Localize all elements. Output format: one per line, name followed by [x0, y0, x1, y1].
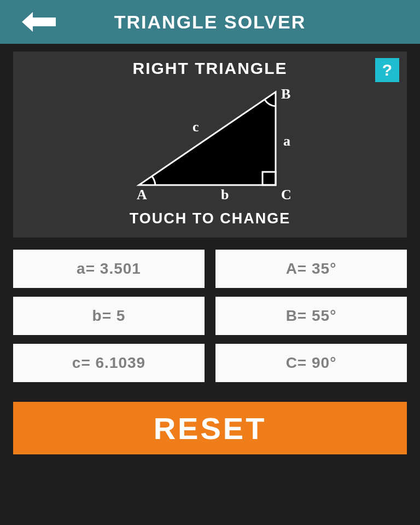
- svg-marker-0: [139, 92, 276, 185]
- value-cell-c[interactable]: c= 6.1039: [13, 344, 205, 382]
- help-icon: ?: [382, 61, 392, 79]
- side-a-label: a: [283, 133, 290, 149]
- value-cell-B[interactable]: B= 55°: [215, 297, 407, 335]
- value-text-B: B= 55°: [286, 307, 337, 325]
- value-cell-A[interactable]: A= 35°: [215, 250, 407, 288]
- vertex-a-label: A: [137, 187, 147, 203]
- vertex-b-label: B: [281, 86, 290, 102]
- vertex-c-label: C: [281, 187, 291, 203]
- value-cell-b[interactable]: b= 5: [13, 297, 205, 335]
- back-arrow-icon[interactable]: [19, 10, 59, 34]
- panel-title: RIGHT TRIANGLE: [22, 59, 398, 78]
- values-grid: a= 3.501 A= 35° b= 5 B= 55° c= 6.1039 C=…: [13, 250, 407, 382]
- value-text-a: a= 3.501: [77, 260, 141, 278]
- reset-button[interactable]: RESET: [13, 402, 407, 454]
- side-c-label: c: [192, 119, 199, 135]
- help-button[interactable]: ?: [375, 58, 399, 82]
- value-text-b: b= 5: [92, 307, 126, 325]
- value-text-C: C= 90°: [286, 354, 337, 372]
- triangle-panel[interactable]: RIGHT TRIANGLE ? A B C c a b: [13, 51, 407, 238]
- value-cell-a[interactable]: a= 3.501: [13, 250, 205, 288]
- app-title: TRIANGLE SOLVER: [0, 11, 420, 33]
- value-cell-C[interactable]: C= 90°: [215, 344, 407, 382]
- main-content: RIGHT TRIANGLE ? A B C c a b: [0, 44, 420, 525]
- panel-subtitle: TOUCH TO CHANGE: [22, 210, 398, 227]
- app-header: TRIANGLE SOLVER: [0, 0, 420, 44]
- value-text-c: c= 6.1039: [72, 354, 145, 372]
- reset-label: RESET: [154, 411, 267, 446]
- side-b-label: b: [221, 187, 229, 203]
- value-text-A: A= 35°: [286, 260, 337, 278]
- triangle-diagram: A B C c a b: [22, 81, 398, 207]
